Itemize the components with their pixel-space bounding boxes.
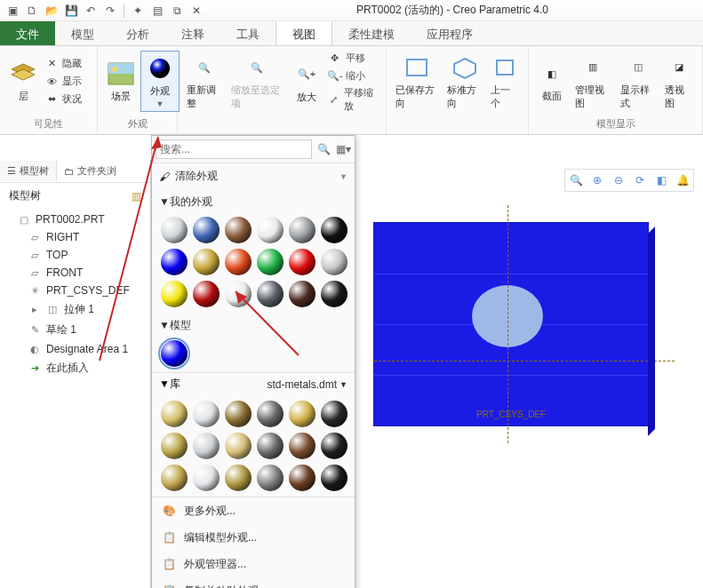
my-swatches	[152, 211, 355, 313]
tab-model[interactable]: 模型	[55, 21, 110, 45]
tree-tab-model[interactable]: ☰模型树	[0, 161, 57, 181]
color-swatch[interactable]	[321, 433, 348, 459]
section-button[interactable]: ◧截面	[534, 58, 570, 105]
color-swatch[interactable]	[161, 249, 188, 275]
color-swatch[interactable]	[225, 433, 252, 459]
color-swatch[interactable]	[289, 249, 316, 275]
model-swatch[interactable]	[161, 340, 188, 367]
window-icon[interactable]: ⧉	[168, 2, 186, 20]
color-swatch[interactable]	[193, 401, 220, 427]
color-swatch[interactable]	[257, 465, 284, 491]
appearance-icon	[146, 54, 174, 83]
color-swatch[interactable]	[289, 217, 316, 243]
tab-flex[interactable]: 柔性建模	[332, 21, 411, 45]
tab-analysis[interactable]: 分析	[110, 21, 165, 45]
close-win-icon[interactable]: ✕	[188, 2, 205, 20]
section-model[interactable]: ▼模型	[152, 313, 355, 335]
tab-tools[interactable]: 工具	[220, 21, 276, 45]
layer-icon	[9, 60, 37, 88]
clear-appearance-row[interactable]: 🖌 清除外观 ▼	[152, 163, 355, 189]
color-swatch[interactable]	[225, 465, 252, 491]
color-swatch[interactable]	[193, 281, 220, 307]
tree-item-insert[interactable]: ➔在此插入	[0, 358, 150, 378]
filter-icon[interactable]: ▥	[132, 190, 141, 203]
tree-item-top[interactable]: ▱TOP	[0, 246, 150, 264]
pan-row[interactable]: ✥平移	[326, 50, 380, 66]
tree-item-prt[interactable]: ▢PRT0002.PRT	[0, 211, 150, 228]
panzoom-row[interactable]: ⤢平移缩放	[326, 85, 380, 114]
color-swatch[interactable]	[225, 401, 252, 427]
color-swatch[interactable]	[161, 465, 188, 491]
std-button[interactable]: 标准方向	[443, 52, 485, 112]
tree-item-front[interactable]: ▱FRONT	[0, 264, 150, 282]
color-swatch[interactable]	[193, 249, 220, 275]
zoomin-button[interactable]: 🔍+放大	[289, 59, 324, 106]
open-icon[interactable]: 📂	[43, 2, 60, 20]
color-swatch[interactable]	[161, 433, 188, 459]
color-swatch[interactable]	[321, 249, 348, 275]
saved-button[interactable]: 已保存方向	[392, 52, 442, 112]
scene-button[interactable]: 场景	[103, 58, 139, 105]
color-swatch[interactable]	[257, 281, 284, 307]
lib-select[interactable]: std-metals.dmt▼	[267, 378, 348, 391]
color-swatch[interactable]	[257, 217, 284, 243]
undo-icon[interactable]: ↶	[82, 2, 100, 20]
color-swatch[interactable]	[321, 465, 348, 491]
tree-item-csys[interactable]: ✳PRT_CSYS_DEF	[0, 282, 150, 299]
color-swatch[interactable]	[289, 281, 316, 307]
tab-apps[interactable]: 应用程序	[411, 21, 489, 45]
more-appearances[interactable]: 🎨更多外观...	[152, 497, 355, 524]
tab-view[interactable]: 视图	[276, 21, 332, 45]
color-swatch[interactable]	[225, 281, 252, 307]
color-swatch[interactable]	[161, 401, 188, 427]
color-swatch[interactable]	[321, 281, 348, 307]
tab-file[interactable]: 文件	[0, 21, 55, 45]
section-my[interactable]: ▼我的外观	[152, 189, 355, 211]
color-swatch[interactable]	[321, 217, 348, 243]
prev-button[interactable]: 上一个	[487, 52, 523, 112]
zoomout-row[interactable]: 🔍-缩小	[326, 68, 380, 83]
appearance-manager[interactable]: 📋外观管理器...	[152, 551, 355, 577]
color-swatch[interactable]	[289, 401, 316, 427]
persp-button[interactable]: ◪透视图	[661, 52, 697, 112]
color-swatch[interactable]	[257, 433, 284, 459]
redo-icon[interactable]: ↷	[101, 2, 119, 20]
tree-item-right[interactable]: ▱RIGHT	[0, 228, 150, 246]
color-swatch[interactable]	[257, 249, 284, 275]
appearance-button-box: 外观 ▼	[140, 51, 180, 112]
color-swatch[interactable]	[193, 465, 220, 491]
color-swatch[interactable]	[289, 433, 316, 459]
color-swatch[interactable]	[161, 217, 188, 243]
color-swatch[interactable]	[257, 401, 284, 427]
layer-button[interactable]: 层	[5, 58, 41, 105]
search-icon[interactable]: 🔍	[316, 141, 332, 157]
show-row[interactable]: 👁显示	[43, 74, 84, 90]
appearance-button[interactable]: 外观 ▼	[142, 52, 178, 110]
color-swatch[interactable]	[161, 281, 188, 307]
style-button[interactable]: ◫显示样式	[617, 52, 660, 112]
mgr-icon: ▥	[579, 53, 607, 82]
color-swatch[interactable]	[193, 217, 220, 243]
tree-item-designate[interactable]: ◐Designate Area 1	[0, 340, 150, 358]
copy-paste-appearance[interactable]: 📋复制并粘贴外观...	[152, 577, 355, 588]
tree-item-sketch[interactable]: ✎草绘 1	[0, 320, 150, 340]
color-swatch[interactable]	[289, 465, 316, 491]
mgr-button[interactable]: ▥管理视图	[571, 52, 615, 112]
hide-row[interactable]: ✕隐藏	[43, 56, 84, 72]
save-icon[interactable]: 💾	[62, 2, 80, 20]
status-row[interactable]: ⬌状况	[43, 91, 84, 107]
tab-annotate[interactable]: 注释	[165, 21, 220, 45]
regen-icon[interactable]: ✦	[129, 2, 147, 20]
palette-icon[interactable]: ▦▾	[335, 141, 351, 157]
tree-item-extrude[interactable]: ▸◫拉伸 1	[0, 299, 150, 320]
color-swatch[interactable]	[225, 249, 252, 275]
color-swatch[interactable]	[225, 217, 252, 243]
col-icon[interactable]: ▤	[148, 2, 166, 20]
new-icon[interactable]: 🗋	[23, 2, 41, 20]
tree-tab-folder[interactable]: 🗀文件夹浏	[57, 161, 124, 181]
color-swatch[interactable]	[321, 401, 348, 427]
edit-model-appearance[interactable]: 📋编辑模型外观...	[152, 524, 355, 551]
refit-button[interactable]: 🔍重新调整	[183, 52, 226, 112]
color-swatch[interactable]	[193, 433, 220, 459]
search-input[interactable]	[156, 139, 312, 159]
